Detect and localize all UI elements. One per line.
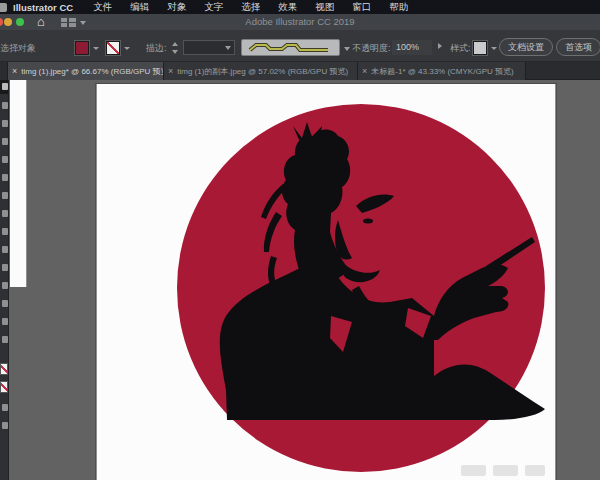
stroke-weight-label: 描边: (146, 42, 167, 55)
graphic-style-swatch[interactable] (473, 41, 487, 55)
chevron-down-icon (225, 46, 231, 50)
silhouette-eye (363, 219, 373, 224)
chevron-down-icon[interactable] (93, 47, 99, 50)
tab-untitled-1[interactable]: × 未标题-1* @ 43.33% (CMYK/GPU 预览) (358, 62, 526, 80)
control-bar: 未选择对象 描边: 不透明度: 100% 样式: 文档设置 首选项 (0, 30, 600, 62)
tab-bar-spacer (0, 62, 8, 80)
tab-label: 未标题-1* @ 43.33% (CMYK/GPU 预览) (371, 66, 513, 77)
stroke-color-swatch[interactable] (106, 41, 120, 55)
chevron-down-icon[interactable] (344, 47, 350, 51)
title-bar: ⌂ Adobe Illustrator CC 2019 (0, 14, 600, 30)
menu-item-object[interactable]: 对象 (167, 1, 186, 14)
document-canvas[interactable] (0, 80, 600, 480)
document-setup-button[interactable]: 文档设置 (499, 38, 553, 56)
stepper-up-icon[interactable] (172, 42, 178, 46)
preferences-button[interactable]: 首选项 (556, 38, 600, 56)
fill-color-swatch[interactable] (75, 41, 89, 55)
stroke-weight-dropdown[interactable] (183, 40, 235, 55)
menu-item-type[interactable]: 文字 (204, 1, 223, 14)
style-label: 样式: (450, 42, 471, 55)
menu-item-file[interactable]: 文件 (93, 1, 112, 14)
workspace (0, 80, 600, 480)
opacity-label: 不透明度: (352, 42, 391, 55)
apple-menu-icon[interactable] (0, 3, 7, 12)
window-title: Adobe Illustrator CC 2019 (0, 14, 600, 30)
selection-status-label: 未选择对象 (0, 42, 36, 55)
menu-item-edit[interactable]: 编辑 (130, 1, 149, 14)
close-icon[interactable]: × (168, 66, 173, 76)
chevron-down-icon[interactable] (491, 47, 497, 50)
menu-item-window[interactable]: 窗口 (352, 1, 371, 14)
chevron-down-icon[interactable] (124, 47, 130, 50)
opacity-input[interactable]: 100% (392, 40, 432, 55)
tab-label: timg (1).jpeg* @ 66.67% (RGB/GPU 预览) (21, 66, 164, 77)
illustrator-window: Illustrator CC 文件 编辑 对象 文字 选择 效果 视图 窗口 帮… (0, 0, 600, 480)
menu-item-effect[interactable]: 效果 (278, 1, 297, 14)
menu-item-select[interactable]: 选择 (241, 1, 260, 14)
document-tab-bar: × timg (1).jpeg* @ 66.67% (RGB/GPU 预览) ×… (0, 62, 600, 80)
chevron-right-icon[interactable] (438, 43, 442, 49)
menu-item-view[interactable]: 视图 (315, 1, 334, 14)
tab-timg-1-copy[interactable]: × timg (1)的副本.jpeg @ 57.02% (RGB/GPU 预览) (164, 62, 358, 80)
stroke-weight-stepper[interactable] (171, 40, 180, 56)
brush-stroke-preview (242, 40, 339, 55)
app-menu[interactable]: Illustrator CC (13, 2, 73, 13)
brush-definition-dropdown[interactable] (241, 39, 340, 56)
close-icon[interactable]: × (12, 66, 17, 76)
tab-timg-1[interactable]: × timg (1).jpeg* @ 66.67% (RGB/GPU 预览) (8, 62, 164, 80)
menu-bar: Illustrator CC 文件 编辑 对象 文字 选择 效果 视图 窗口 帮… (0, 0, 600, 14)
tab-label: timg (1)的副本.jpeg @ 57.02% (RGB/GPU 预览) (177, 66, 348, 77)
stepper-down-icon[interactable] (172, 50, 178, 54)
menu-item-help[interactable]: 帮助 (389, 1, 408, 14)
close-icon[interactable]: × (362, 66, 367, 76)
watermark (461, 465, 545, 476)
